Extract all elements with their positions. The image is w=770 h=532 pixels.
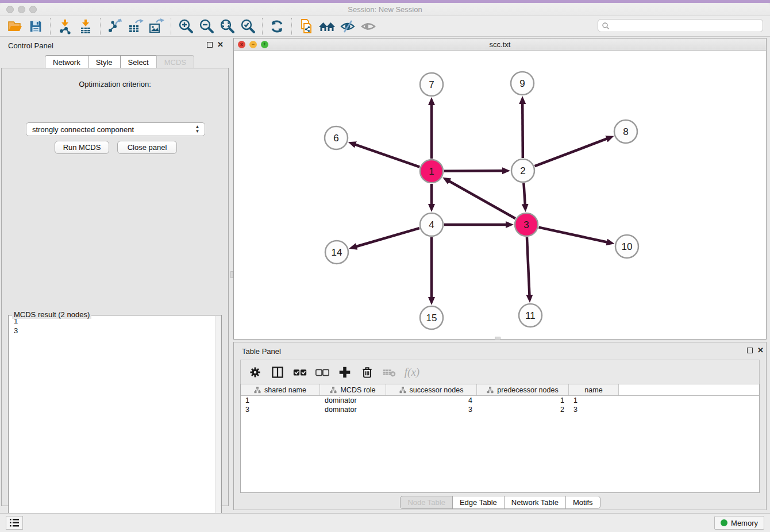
mcds-result-line: 3 bbox=[9, 326, 221, 336]
import-network-button[interactable] bbox=[55, 17, 75, 36]
table-settings-button[interactable] bbox=[247, 364, 264, 381]
table-cell[interactable]: 1 bbox=[241, 396, 320, 405]
node-table-body: 1dominator4113dominator323 bbox=[241, 396, 759, 414]
search-input[interactable] bbox=[610, 21, 763, 31]
zoom-out-button[interactable] bbox=[196, 17, 217, 36]
global-search-field[interactable] bbox=[598, 19, 763, 32]
export-image-button[interactable] bbox=[146, 17, 167, 36]
column-header-MCDS-role[interactable]: MCDS role bbox=[320, 384, 386, 395]
zoom-in-button[interactable] bbox=[175, 17, 196, 36]
table-cell[interactable]: 3 bbox=[569, 405, 619, 414]
tab-node-table[interactable]: Node Table bbox=[400, 496, 453, 509]
table-row[interactable]: 3dominator323 bbox=[241, 405, 759, 414]
column-header-name[interactable]: name bbox=[569, 384, 619, 395]
network-view-window: x − + scc.txt 7968124314101511 bbox=[233, 38, 767, 340]
tab-motifs[interactable]: Motifs bbox=[565, 496, 600, 509]
table-cell[interactable]: dominator bbox=[320, 396, 386, 405]
show-all-button[interactable] bbox=[358, 17, 379, 36]
function-builder-button[interactable]: f(x) bbox=[403, 364, 421, 381]
delete-column-button[interactable] bbox=[359, 364, 376, 381]
tab-style[interactable]: Style bbox=[88, 55, 121, 68]
mcds-result-textarea[interactable]: 1 3 bbox=[9, 316, 221, 532]
show-column-panel-button[interactable] bbox=[269, 364, 286, 381]
table-cell[interactable]: 1 bbox=[477, 396, 569, 405]
trash-icon bbox=[360, 365, 374, 379]
column-type-icon bbox=[399, 387, 406, 394]
graph-edge-1-6[interactable] bbox=[354, 144, 419, 167]
table-toolbar: f(x) bbox=[240, 360, 760, 384]
window-titlebar: Session: New Session bbox=[0, 3, 770, 16]
unselect-all-columns-button[interactable] bbox=[314, 364, 331, 381]
result-scrollbar[interactable] bbox=[215, 316, 221, 532]
zoom-selected-button[interactable] bbox=[237, 17, 258, 36]
first-neighbors-button[interactable] bbox=[317, 17, 337, 36]
export-table-icon bbox=[128, 18, 144, 34]
export-image-icon bbox=[148, 18, 164, 34]
graph-edge-2-3[interactable] bbox=[523, 183, 525, 206]
network-canvas[interactable]: 7968124314101511 bbox=[234, 51, 766, 339]
graph-node-label: 10 bbox=[622, 241, 633, 252]
refresh-view-button[interactable] bbox=[267, 17, 287, 36]
search-icon bbox=[602, 22, 610, 30]
run-mcds-button[interactable]: Run MCDS bbox=[55, 141, 109, 154]
open-session-button[interactable] bbox=[5, 17, 25, 36]
close-panel-icon[interactable]: ✕ bbox=[757, 346, 764, 354]
delete-table-button[interactable] bbox=[381, 364, 398, 381]
table-panel-title: Table Panel bbox=[242, 347, 281, 356]
column-type-icon bbox=[487, 387, 494, 394]
zoom-fit-icon bbox=[219, 18, 235, 34]
graph-edge-3-10[interactable] bbox=[538, 228, 608, 242]
tab-select[interactable]: Select bbox=[120, 55, 157, 68]
export-network-button[interactable] bbox=[105, 17, 125, 36]
graph-edge-3-1[interactable] bbox=[448, 180, 515, 218]
clone-network-icon bbox=[298, 18, 314, 34]
list-icon bbox=[9, 518, 20, 527]
table-cell[interactable]: dominator bbox=[320, 405, 386, 414]
tab-mcds[interactable]: MCDS bbox=[156, 55, 194, 68]
graph-edge-3-11[interactable] bbox=[527, 237, 530, 296]
tab-edge-table[interactable]: Edge Table bbox=[452, 496, 505, 509]
status-bar: Memory bbox=[0, 513, 770, 532]
splitter-handle[interactable] bbox=[495, 337, 500, 340]
column-header-predecessor-nodes[interactable]: predecessor nodes bbox=[477, 384, 569, 395]
select-all-columns-button[interactable] bbox=[291, 364, 309, 381]
close-panel-button[interactable]: Close panel bbox=[117, 141, 177, 154]
graph-edge-4-14[interactable] bbox=[355, 228, 419, 247]
select-chevrons-icon: ▲▼ bbox=[194, 125, 201, 134]
network-window-titlebar[interactable]: x − + scc.txt bbox=[234, 38, 766, 51]
column-header-successor-nodes[interactable]: successor nodes bbox=[386, 384, 477, 395]
float-panel-icon[interactable] bbox=[207, 42, 213, 48]
close-panel-icon[interactable]: ✕ bbox=[217, 40, 224, 49]
zoom-out-icon bbox=[198, 18, 214, 34]
column-header-shared-name[interactable]: shared name bbox=[241, 384, 320, 395]
criterion-select[interactable]: strongly connected component ▲▼ bbox=[26, 122, 205, 136]
create-column-button[interactable] bbox=[336, 364, 353, 381]
column-header-label: name bbox=[584, 386, 602, 394]
hide-selected-button[interactable] bbox=[337, 17, 358, 36]
table-cell[interactable]: 1 bbox=[569, 396, 619, 405]
table-cell[interactable]: 3 bbox=[241, 405, 320, 414]
memory-button[interactable]: Memory bbox=[714, 516, 764, 530]
float-panel-icon[interactable] bbox=[747, 348, 753, 353]
zoom-fit-button[interactable] bbox=[217, 17, 237, 36]
delete-table-icon bbox=[382, 365, 397, 380]
clone-network-button[interactable] bbox=[296, 17, 317, 36]
graph-edge-2-8[interactable] bbox=[535, 138, 609, 166]
zoom-in-icon bbox=[178, 18, 194, 34]
table-cell[interactable]: 2 bbox=[477, 405, 569, 414]
memory-label: Memory bbox=[731, 519, 758, 527]
table-cell[interactable]: 4 bbox=[386, 396, 477, 405]
tab-network[interactable]: Network bbox=[45, 55, 88, 68]
main-toolbar bbox=[0, 16, 770, 37]
import-table-button[interactable] bbox=[75, 17, 96, 36]
export-table-button[interactable] bbox=[125, 17, 146, 36]
graph-edge-1-2[interactable] bbox=[444, 171, 504, 171]
save-session-button[interactable] bbox=[25, 17, 46, 36]
table-cell[interactable]: 3 bbox=[386, 405, 477, 414]
eye-slash-icon bbox=[340, 18, 356, 34]
task-history-button[interactable] bbox=[6, 516, 23, 530]
table-row[interactable]: 1dominator411 bbox=[241, 396, 759, 405]
tab-network-table[interactable]: Network Table bbox=[504, 496, 566, 509]
eye-icon bbox=[360, 18, 376, 34]
graph-edge-2-9[interactable] bbox=[522, 102, 523, 158]
